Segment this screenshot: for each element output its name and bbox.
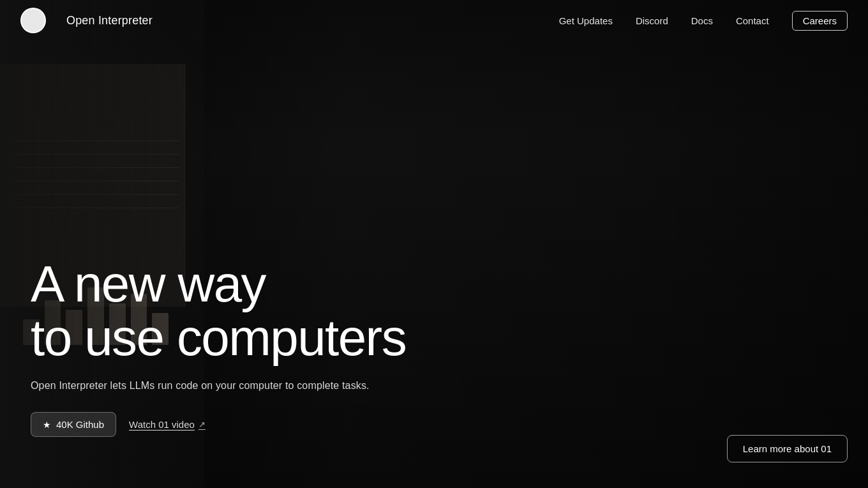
star-icon: ★ <box>43 420 51 430</box>
nav-contact[interactable]: Contact <box>736 15 769 26</box>
navbar: Open Interpreter Get Updates Discord Doc… <box>0 0 868 41</box>
nav-docs[interactable]: Docs <box>691 15 713 26</box>
github-label: 40K Github <box>56 419 104 430</box>
nav-discord[interactable]: Discord <box>636 15 668 26</box>
hero-headline-line2: to use computers <box>31 309 406 366</box>
hero-actions: ★ 40K Github Watch 01 video ↗ <box>31 412 406 437</box>
hero-subtext: Open Interpreter lets LLMs run code on y… <box>31 380 406 392</box>
nav-left: Open Interpreter <box>20 8 153 33</box>
watch-video-label: Watch 01 video <box>129 419 195 430</box>
learn-more-button[interactable]: Learn more about 01 <box>727 435 848 462</box>
logo-circle <box>22 9 45 32</box>
watch-video-button[interactable]: Watch 01 video ↗ <box>126 413 208 436</box>
nav-get-updates[interactable]: Get Updates <box>559 15 613 26</box>
github-button[interactable]: ★ 40K Github <box>31 412 116 437</box>
nav-right: Get Updates Discord Docs Contact Careers <box>559 11 848 31</box>
external-link-icon: ↗ <box>198 420 206 429</box>
hero-headline: A new way to use computers <box>31 257 406 365</box>
logo[interactable] <box>20 8 46 33</box>
nav-careers-button[interactable]: Careers <box>792 11 848 31</box>
hero-content: A new way to use computers Open Interpre… <box>31 257 406 437</box>
hero-headline-line1: A new way <box>31 255 266 312</box>
nav-brand-label[interactable]: Open Interpreter <box>66 14 153 27</box>
